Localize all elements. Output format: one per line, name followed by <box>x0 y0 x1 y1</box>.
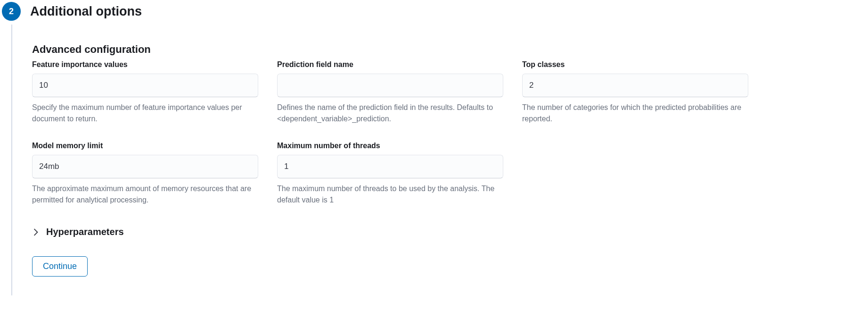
step-title: Additional options <box>30 2 142 21</box>
feature-importance-input[interactable] <box>32 74 258 97</box>
field-prediction-field-name: Prediction field name Defines the name o… <box>277 60 503 125</box>
field-feature-importance: Feature importance values Specify the ma… <box>32 60 258 125</box>
prediction-field-label: Prediction field name <box>277 60 503 69</box>
max-threads-label: Maximum number of threads <box>277 142 503 150</box>
feature-importance-label: Feature importance values <box>32 60 258 69</box>
hyperparameters-accordion[interactable]: Hyperparameters <box>32 227 868 237</box>
hyperparameters-title: Hyperparameters <box>46 227 124 237</box>
prediction-field-input[interactable] <box>277 74 503 97</box>
max-threads-input[interactable] <box>277 155 503 178</box>
step-number-badge: 2 <box>2 2 21 21</box>
field-max-threads: Maximum number of threads The maximum nu… <box>277 142 503 206</box>
section-title: Advanced configuration <box>32 43 868 56</box>
max-threads-help: The maximum number of threads to be used… <box>277 183 503 206</box>
chevron-right-icon <box>32 228 40 236</box>
continue-button[interactable]: Continue <box>32 256 88 277</box>
field-model-memory-limit: Model memory limit The approximate maxim… <box>32 142 258 206</box>
model-memory-help: The approximate maximum amount of memory… <box>32 183 258 206</box>
feature-importance-help: Specify the maximum number of feature im… <box>32 102 258 125</box>
prediction-field-help: Defines the name of the prediction field… <box>277 102 503 125</box>
top-classes-help: The number of categories for which the p… <box>522 102 748 125</box>
top-classes-input[interactable] <box>522 74 748 97</box>
model-memory-input[interactable] <box>32 155 258 178</box>
model-memory-label: Model memory limit <box>32 142 258 150</box>
top-classes-label: Top classes <box>522 60 748 69</box>
field-top-classes: Top classes The number of categories for… <box>522 60 748 125</box>
